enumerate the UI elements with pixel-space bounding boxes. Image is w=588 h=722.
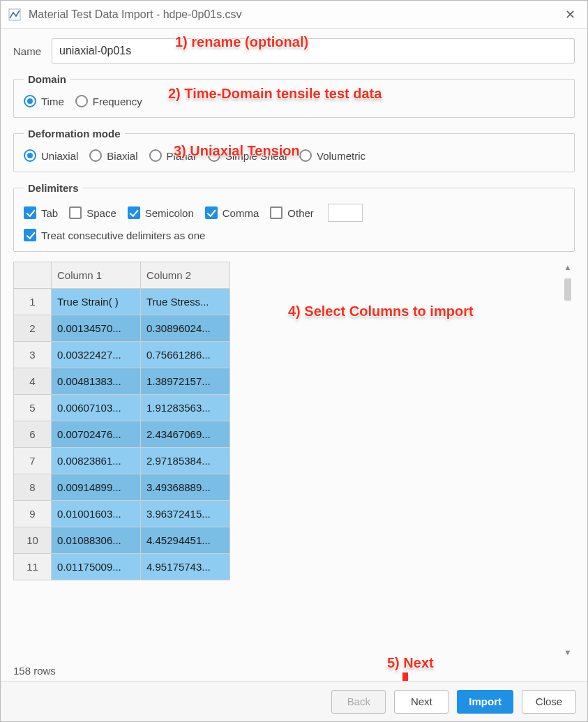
row-number: 4 — [14, 368, 52, 395]
radio-planar[interactable]: Planar — [149, 149, 197, 162]
check-semicolon[interactable]: Semicolon — [128, 206, 194, 219]
radio-label: Biaxial — [107, 150, 137, 162]
cell-col2[interactable]: 2.97185384... — [141, 448, 230, 474]
cell-col2[interactable]: 2.43467069... — [141, 421, 230, 448]
cell-col2[interactable]: 3.96372415... — [141, 501, 230, 527]
col-header-1[interactable]: Column 1 — [52, 262, 141, 289]
table-row[interactable]: 70.00823861...2.97185384... — [14, 448, 230, 474]
row-number: 8 — [14, 474, 52, 501]
close-button[interactable]: Close — [522, 690, 576, 714]
table-row[interactable]: 50.00607103...1.91283563... — [14, 395, 230, 421]
preview-table[interactable]: Column 1 Column 2 1True Strain( )True St… — [13, 262, 230, 580]
cell-col1[interactable]: 0.01175009... — [52, 554, 141, 580]
titlebar: Material Test Data Import - hdpe-0p01s.c… — [1, 1, 587, 29]
table-row[interactable]: 80.00914899...3.49368889... — [14, 474, 230, 501]
table-row[interactable]: 40.00481383...1.38972157... — [14, 368, 230, 395]
import-button[interactable]: Import — [457, 690, 513, 714]
radio-label: Frequency — [93, 96, 142, 107]
radio-volumetric[interactable]: Volumetric — [299, 149, 365, 162]
radio-icon — [149, 149, 162, 162]
check-label: Comma — [223, 207, 259, 219]
cell-col1[interactable]: 0.00914899... — [52, 474, 141, 501]
cell-col1[interactable]: 0.00134570... — [52, 315, 141, 342]
row-count-label: 158 rows — [13, 665, 575, 677]
dialog-content: Name Domain Time Frequency Deformation m… — [1, 29, 587, 681]
cell-col2[interactable]: 4.45294451... — [141, 527, 230, 554]
cell-col2[interactable]: 3.49368889... — [141, 474, 230, 501]
checkbox-icon — [270, 206, 282, 219]
name-input[interactable] — [52, 38, 575, 63]
table-row[interactable]: 20.00134570...0.30896024... — [14, 315, 230, 342]
cell-col1[interactable]: 0.00481383... — [52, 368, 141, 395]
scroll-up-icon[interactable]: ▲ — [564, 263, 572, 271]
window-title: Material Test Data Import - hdpe-0p01s.c… — [29, 8, 559, 21]
radio-icon — [24, 149, 36, 162]
table-row[interactable]: 1True Strain( )True Stress... — [14, 289, 230, 315]
check-label: Treat consecutive delimiters as one — [41, 230, 205, 241]
cell-col1[interactable]: 0.00607103... — [52, 395, 141, 421]
dialog-window: Material Test Data Import - hdpe-0p01s.c… — [0, 0, 588, 722]
radio-domain-time[interactable]: Time — [24, 95, 64, 107]
deformation-legend: Deformation mode — [24, 128, 125, 140]
radio-label: Time — [41, 96, 64, 107]
row-number: 1 — [14, 289, 52, 315]
check-other[interactable]: Other — [270, 206, 314, 219]
row-number: 5 — [14, 395, 52, 421]
scroll-track[interactable] — [564, 273, 571, 647]
delimiters-group: Delimiters Tab Space Semicolon Comma — [13, 182, 575, 252]
cell-col2[interactable]: 1.91283563... — [141, 395, 230, 421]
check-tab[interactable]: Tab — [24, 206, 58, 219]
vertical-scrollbar[interactable]: ▲ ▼ — [562, 263, 573, 656]
table-row[interactable]: 30.00322427...0.75661286... — [14, 342, 230, 368]
cell-col2[interactable]: True Stress... — [141, 289, 230, 315]
checkbox-icon — [205, 206, 218, 219]
radio-simple-shear[interactable]: Simple Shear — [208, 149, 288, 162]
cell-col1[interactable]: 0.00823861... — [52, 448, 141, 474]
checkbox-icon — [128, 206, 140, 219]
table-row[interactable]: 90.01001603...3.96372415... — [14, 501, 230, 527]
cell-col1[interactable]: 0.01001603... — [52, 501, 141, 527]
domain-legend: Domain — [24, 73, 70, 85]
scroll-thumb[interactable] — [564, 278, 571, 301]
checkbox-icon — [24, 229, 36, 241]
cell-col2[interactable]: 0.75661286... — [141, 342, 230, 368]
radio-icon — [89, 149, 102, 162]
cell-col2[interactable]: 1.38972157... — [141, 368, 230, 395]
checkbox-icon — [24, 206, 36, 219]
row-number: 9 — [14, 501, 52, 527]
dialog-footer: Back Next Import Close — [1, 681, 587, 721]
table-row[interactable]: 110.01175009...4.95175743... — [14, 554, 230, 580]
cell-col1[interactable]: 0.00702476... — [52, 421, 141, 448]
row-number: 2 — [14, 315, 52, 342]
cell-col1[interactable]: 0.00322427... — [52, 342, 141, 368]
table-row[interactable]: 60.00702476...2.43467069... — [14, 421, 230, 448]
radio-icon — [299, 149, 312, 162]
radio-uniaxial[interactable]: Uniaxial — [24, 149, 78, 162]
cell-col1[interactable]: True Strain( ) — [52, 289, 141, 315]
preview-area: Column 1 Column 2 1True Strain( )True St… — [13, 262, 575, 658]
name-label: Name — [13, 45, 52, 57]
app-icon — [8, 8, 22, 22]
radio-label: Uniaxial — [41, 150, 78, 162]
cell-col2[interactable]: 0.30896024... — [141, 315, 230, 342]
table-row[interactable]: 100.01088306...4.45294451... — [14, 527, 230, 554]
cell-col1[interactable]: 0.01088306... — [52, 527, 141, 554]
check-treat-consecutive[interactable]: Treat consecutive delimiters as one — [24, 229, 205, 241]
back-button[interactable]: Back — [331, 690, 386, 714]
radio-label: Planar — [167, 150, 197, 162]
checkbox-icon — [69, 206, 82, 219]
check-space[interactable]: Space — [69, 206, 116, 219]
name-row: Name — [13, 38, 575, 63]
next-button[interactable]: Next — [394, 690, 448, 714]
radio-domain-frequency[interactable]: Frequency — [75, 95, 142, 107]
close-icon[interactable]: ✕ — [559, 7, 580, 22]
other-delimiter-input[interactable] — [328, 204, 363, 222]
check-comma[interactable]: Comma — [205, 206, 259, 219]
col-header-2[interactable]: Column 2 — [141, 262, 230, 289]
radio-biaxial[interactable]: Biaxial — [89, 149, 137, 162]
cell-col2[interactable]: 4.95175743... — [141, 554, 230, 580]
row-number: 6 — [14, 421, 52, 448]
check-label: Space — [86, 207, 116, 219]
scroll-down-icon[interactable]: ▼ — [564, 648, 572, 656]
radio-icon — [75, 95, 88, 107]
